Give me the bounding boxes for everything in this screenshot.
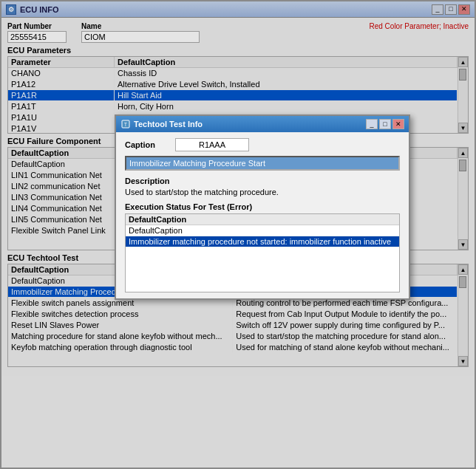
modal-content: Caption R1AAA Immobilizer Matching Proce… [116,132,409,298]
modal-description-label: Description [125,177,400,185]
list-item[interactable]: DefaultCaption [126,225,399,236]
modal-maximize[interactable]: □ [379,119,391,129]
modal-close[interactable]: ✕ [392,119,404,129]
modal-execution-table: DefaultCaption DefaultCaptionImmobilizer… [125,213,400,292]
modal-caption-label: Caption [125,140,169,149]
modal-overlay: T Techtool Test Info _ □ ✕ Caption R1AAA… [0,0,476,469]
modal-title-bar: T Techtool Test Info _ □ ✕ [116,116,409,132]
modal-caption-value: R1AAA [175,138,249,151]
modal-controls: _ □ ✕ [366,119,404,129]
modal-exec-header: DefaultCaption [126,214,399,225]
modal-window: T Techtool Test Info _ □ ✕ Caption R1AAA… [115,114,410,300]
svg-text:T: T [124,122,128,127]
modal-execution-label: Execution Status For Test (Error) [125,202,400,211]
modal-minimize[interactable]: _ [366,119,378,129]
modal-exec-empty [126,247,399,292]
modal-icon: T [120,119,131,129]
modal-exec-rows: DefaultCaptionImmobilizer matching proce… [126,225,399,247]
modal-input-box[interactable]: Immobilizer Matching Procedure Start [125,156,400,171]
modal-description-text: Used to start/stop the matching procedur… [125,188,400,196]
modal-caption-row: Caption R1AAA [125,138,400,151]
list-item[interactable]: Immobilizer matching procedure not start… [126,236,399,247]
modal-title: Techtool Test Info [134,120,366,129]
